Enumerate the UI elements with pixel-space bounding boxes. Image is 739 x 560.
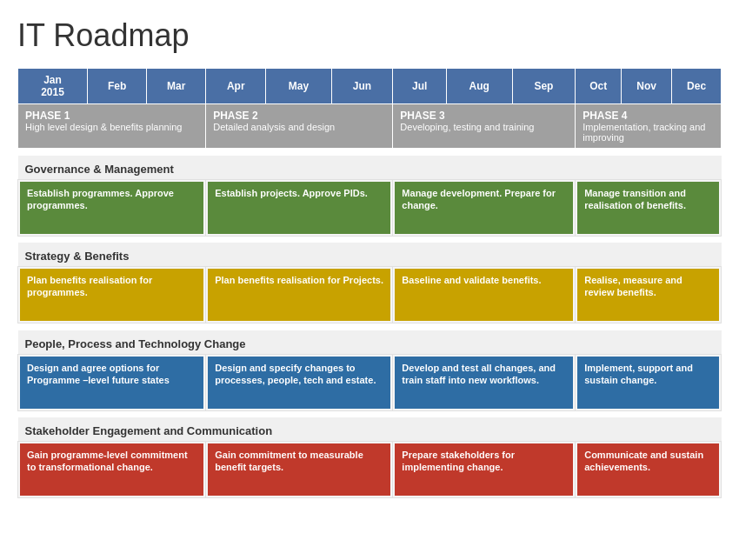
stakeholder-section-header: Stakeholder Engagement and Communication bbox=[18, 417, 722, 442]
people-section-header: People, Process and Technology Change bbox=[18, 330, 722, 355]
roadmap-table: Jan2015 Feb Mar Apr May Jun Jul Aug Sep … bbox=[17, 68, 722, 498]
month-may: May bbox=[266, 69, 331, 104]
strategy-act-4: Realise, measure and review benefits. bbox=[576, 267, 722, 323]
people-act-1: Design and agree options for Programme –… bbox=[18, 354, 206, 410]
month-jan: Jan2015 bbox=[18, 69, 88, 104]
governance-act-3: Manage development. Prepare for change. bbox=[393, 179, 576, 236]
governance-activity-row: Establish programmes. Approve programmes… bbox=[18, 179, 722, 236]
strategy-activity-row: Plan benefits realisation for programmes… bbox=[18, 267, 722, 323]
governance-act-2-text: Establish projects. Approve PIDs. bbox=[208, 182, 390, 234]
stakeholder-act-1: Gain programme-level commitment to trans… bbox=[18, 442, 206, 498]
phase-3-desc: Developing, testing and training bbox=[400, 122, 568, 132]
people-title: People, Process and Technology Change bbox=[18, 330, 722, 355]
people-act-3: Develop and test all changes, and train … bbox=[393, 354, 576, 410]
phase-row: PHASE 1 High level design & benefits pla… bbox=[18, 104, 722, 149]
governance-act-3-text: Manage development. Prepare for change. bbox=[395, 182, 573, 234]
stakeholder-act-4: Communicate and sustain achievements. bbox=[576, 442, 722, 498]
governance-act-4: Manage transition and realisation of ben… bbox=[576, 179, 722, 236]
governance-act-4-text: Manage transition and realisation of ben… bbox=[577, 182, 719, 234]
governance-act-2: Establish projects. Approve PIDs. bbox=[206, 179, 393, 236]
stakeholder-act-3: Prepare stakeholders for implementing ch… bbox=[393, 442, 576, 498]
governance-act-1: Establish programmes. Approve programmes… bbox=[18, 179, 206, 236]
month-jul: Jul bbox=[393, 69, 447, 104]
phase-2-title: PHASE 2 bbox=[213, 110, 385, 122]
governance-act-1-text: Establish programmes. Approve programmes… bbox=[20, 182, 203, 234]
people-activity-row: Design and agree options for Programme –… bbox=[18, 354, 722, 410]
month-jun: Jun bbox=[331, 69, 393, 104]
phase-1-desc: High level design & benefits planning bbox=[25, 122, 198, 132]
stakeholder-act-2-text: Gain commitment to measurable benefit ta… bbox=[208, 443, 390, 496]
governance-section-header: Governance & Management bbox=[18, 156, 722, 180]
stakeholder-act-2: Gain commitment to measurable benefit ta… bbox=[206, 442, 393, 498]
phase-1-title: PHASE 1 bbox=[25, 110, 198, 122]
month-header-row: Jan2015 Feb Mar Apr May Jun Jul Aug Sep … bbox=[18, 69, 722, 104]
people-act-4: Implement, support and sustain change. bbox=[576, 354, 722, 410]
stakeholder-act-1-text: Gain programme-level commitment to trans… bbox=[20, 443, 203, 496]
phase-3-title: PHASE 3 bbox=[400, 110, 568, 122]
phase-4-desc: Implementation, tracking and improving bbox=[583, 122, 714, 143]
phase-2-cell: PHASE 2 Detailed analysis and design bbox=[206, 104, 393, 149]
strategy-section-header: Strategy & Benefits bbox=[18, 243, 722, 267]
strategy-act-2: Plan benefits realisation for Projects. bbox=[206, 267, 393, 323]
phase-4-cell: PHASE 4 Implementation, tracking and imp… bbox=[576, 104, 722, 149]
stakeholder-act-4-text: Communicate and sustain achievements. bbox=[577, 443, 719, 496]
month-aug: Aug bbox=[446, 69, 512, 104]
people-act-2: Design and specify changes to processes,… bbox=[206, 354, 393, 410]
stakeholder-title: Stakeholder Engagement and Communication bbox=[18, 417, 722, 442]
strategy-act-4-text: Realise, measure and review benefits. bbox=[577, 269, 719, 321]
month-mar: Mar bbox=[147, 69, 206, 104]
strategy-act-1-text: Plan benefits realisation for programmes… bbox=[20, 269, 203, 321]
strategy-title: Strategy & Benefits bbox=[18, 243, 722, 267]
people-act-3-text: Develop and test all changes, and train … bbox=[395, 357, 573, 409]
stakeholder-act-3-text: Prepare stakeholders for implementing ch… bbox=[395, 443, 573, 496]
people-act-1-text: Design and agree options for Programme –… bbox=[20, 357, 203, 409]
strategy-act-3-text: Baseline and validate benefits. bbox=[395, 269, 573, 321]
strategy-act-3: Baseline and validate benefits. bbox=[393, 267, 576, 323]
page-title: IT Roadmap bbox=[17, 17, 722, 54]
governance-title: Governance & Management bbox=[18, 156, 722, 180]
strategy-act-1: Plan benefits realisation for programmes… bbox=[18, 267, 206, 323]
phase-4-title: PHASE 4 bbox=[583, 110, 714, 122]
phase-3-cell: PHASE 3 Developing, testing and training bbox=[393, 104, 576, 149]
strategy-act-2-text: Plan benefits realisation for Projects. bbox=[208, 269, 390, 321]
month-feb: Feb bbox=[88, 69, 147, 104]
month-oct: Oct bbox=[576, 69, 622, 104]
people-act-4-text: Implement, support and sustain change. bbox=[577, 357, 719, 409]
phase-2-desc: Detailed analysis and design bbox=[213, 122, 385, 132]
stakeholder-activity-row: Gain programme-level commitment to trans… bbox=[18, 442, 722, 498]
people-act-2-text: Design and specify changes to processes,… bbox=[208, 357, 390, 409]
month-sep: Sep bbox=[512, 69, 576, 104]
phase-1-cell: PHASE 1 High level design & benefits pla… bbox=[18, 104, 206, 149]
month-apr: Apr bbox=[206, 69, 266, 104]
month-nov: Nov bbox=[622, 69, 672, 104]
month-dec: Dec bbox=[672, 69, 722, 104]
